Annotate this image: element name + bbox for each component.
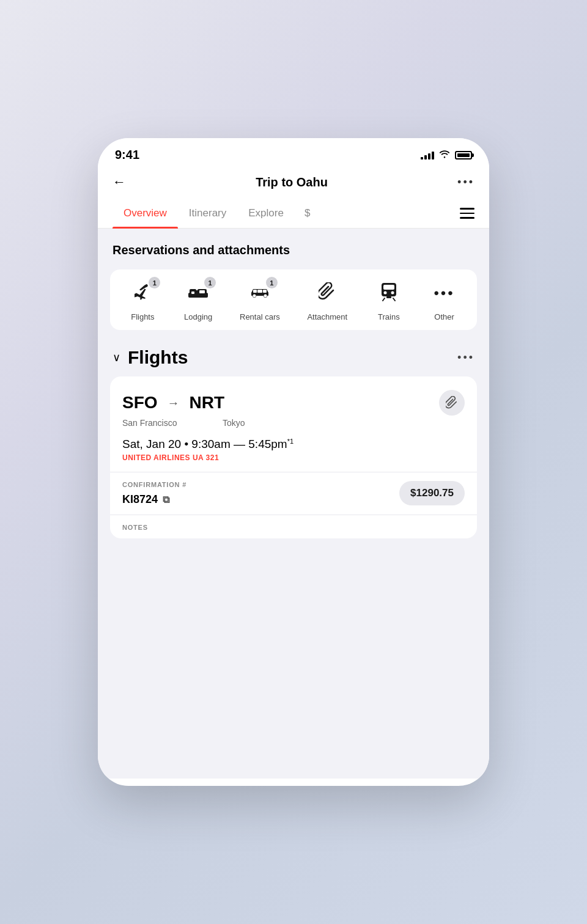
attachment-label: Attachment <box>307 312 347 321</box>
notes-section: NOTES <box>122 515 465 538</box>
attachment-icon <box>319 282 336 305</box>
flights-icon-wrap: 1 <box>128 279 157 307</box>
flight-attachment-button[interactable] <box>439 390 465 416</box>
rental-cars-icon-wrap: 1 <box>246 279 274 307</box>
trains-label: Trains <box>378 312 400 321</box>
confirmation-section: CONFIRMATION # KI8724 ⧉ $1290.75 <box>122 472 465 515</box>
flight-dot: • <box>184 438 191 450</box>
main-content: Reservations and attachments 1 Flights <box>98 229 489 779</box>
flights-chevron-icon[interactable]: ∨ <box>113 351 120 364</box>
tab-dollar[interactable]: $ <box>295 199 320 228</box>
tab-itinerary[interactable]: Itinerary <box>178 199 237 228</box>
page-title: Trip to Oahu <box>256 175 328 189</box>
tab-explore[interactable]: Explore <box>237 199 295 228</box>
res-item-rental-cars[interactable]: 1 Rental cars <box>240 279 280 321</box>
reservations-title: Reservations and attachments <box>110 243 477 257</box>
origin-code: SFO <box>122 393 158 413</box>
back-button[interactable]: ← <box>113 174 126 190</box>
flights-section: ∨ Flights ••• SFO → NRT <box>110 347 477 538</box>
flight-card: SFO → NRT San Francisco Tokyo Sat, Jan 2… <box>110 376 477 538</box>
svg-rect-12 <box>383 285 394 290</box>
res-item-other[interactable]: ••• Other <box>430 279 459 321</box>
res-item-trains[interactable]: Trains <box>375 279 403 321</box>
app-header: ← Trip to Oahu ••• <box>98 168 489 199</box>
battery-icon <box>455 151 472 160</box>
svg-rect-7 <box>257 290 262 293</box>
svg-point-9 <box>253 295 256 298</box>
rental-cars-label: Rental cars <box>240 312 280 321</box>
svg-point-10 <box>264 295 267 298</box>
res-item-attachment[interactable]: Attachment <box>307 279 347 321</box>
svg-rect-4 <box>191 292 194 294</box>
flights-section-title: Flights <box>128 347 188 368</box>
route-arrow-icon: → <box>168 396 180 410</box>
svg-rect-5 <box>199 290 205 293</box>
confirmation-num: KI8724 ⧉ <box>122 493 186 506</box>
flight-route: SFO → NRT <box>122 390 465 416</box>
status-time: 9:41 <box>115 148 139 162</box>
lodging-badge: 1 <box>204 277 216 288</box>
other-icon: ••• <box>434 285 454 302</box>
flights-title-wrap: ∨ Flights <box>113 347 188 368</box>
svg-rect-8 <box>263 290 267 293</box>
other-label: Other <box>434 312 454 321</box>
rental-cars-badge: 1 <box>266 277 278 288</box>
attachment-icon-wrap <box>313 279 341 307</box>
flight-airline: UNITED AIRLINES UA 321 <box>122 453 465 462</box>
trains-icon <box>380 282 397 306</box>
trains-icon-wrap <box>375 279 403 307</box>
flights-label: Flights <box>131 312 154 321</box>
tab-overview[interactable]: Overview <box>113 199 178 228</box>
flights-header: ∨ Flights ••• <box>110 347 477 368</box>
origin-city: San Francisco <box>122 418 183 428</box>
price-badge: $1290.75 <box>399 481 465 505</box>
more-options-button[interactable]: ••• <box>457 176 474 189</box>
lodging-label: Lodging <box>184 312 212 321</box>
arrive-time: 5:45pm*1 <box>248 438 294 450</box>
dest-city: Tokyo <box>223 418 245 428</box>
tab-menu-button[interactable] <box>450 199 474 227</box>
time-dash: — <box>234 438 248 450</box>
reservations-icons-row: 1 Flights 1 <box>110 270 477 330</box>
notes-label: NOTES <box>122 524 465 531</box>
confirmation-left: CONFIRMATION # KI8724 ⧉ <box>122 481 186 506</box>
res-item-flights[interactable]: 1 Flights <box>128 279 157 321</box>
svg-point-13 <box>383 291 386 294</box>
svg-point-14 <box>391 291 394 294</box>
res-item-lodging[interactable]: 1 Lodging <box>184 279 212 321</box>
dest-code: NRT <box>190 393 225 413</box>
tab-bar: Overview Itinerary Explore $ <box>98 199 489 229</box>
flights-badge: 1 <box>149 277 160 288</box>
confirmation-label: CONFIRMATION # <box>122 481 186 488</box>
lodging-icon-wrap: 1 <box>184 279 212 307</box>
svg-rect-6 <box>253 290 257 293</box>
svg-rect-15 <box>386 296 391 298</box>
status-bar: 9:41 <box>98 138 489 168</box>
signal-icon <box>421 151 434 160</box>
other-icon-wrap: ••• <box>430 279 459 307</box>
depart-time: 9:30am <box>191 438 230 450</box>
airport-names: San Francisco Tokyo <box>122 418 465 428</box>
status-icons <box>421 150 472 160</box>
phone-frame: 9:41 ← Trip to Oahu ••• Overview <box>98 138 489 786</box>
flight-date: Sat, Jan 20 <box>122 438 181 450</box>
flight-datetime: Sat, Jan 20 • 9:30am — 5:45pm*1 <box>122 438 465 451</box>
wifi-icon <box>439 150 450 160</box>
flights-more-button[interactable]: ••• <box>457 351 474 364</box>
copy-button[interactable]: ⧉ <box>163 494 169 505</box>
